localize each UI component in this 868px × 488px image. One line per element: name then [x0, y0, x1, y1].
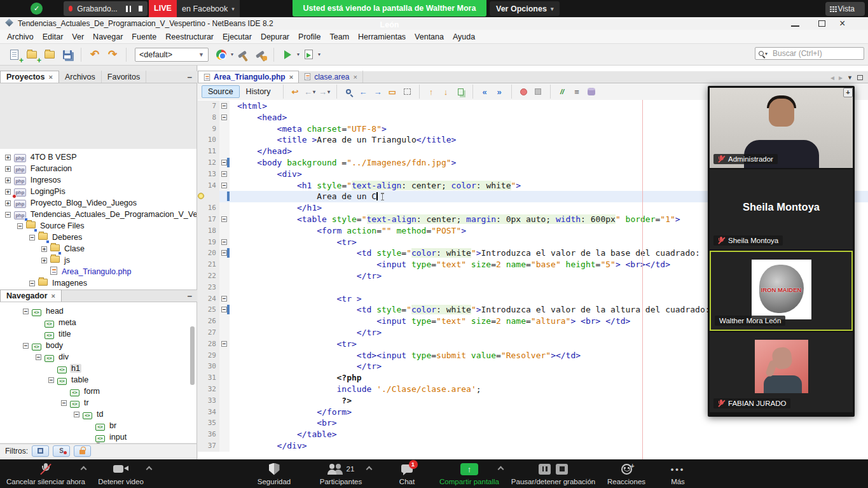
meeting-security-shield-icon[interactable]: ✓ [31, 3, 43, 15]
menu-ayuda[interactable]: Ayuda [448, 32, 479, 41]
expand-icon[interactable]: + [41, 246, 47, 252]
collapse-icon[interactable]: − [23, 309, 29, 314]
fold-gutter[interactable] [219, 395, 230, 407]
navigator-item[interactable]: <>form [0, 386, 196, 397]
chevron-down-icon[interactable]: ▾ [231, 52, 233, 57]
last-edit-position-icon[interactable]: ↩ [289, 86, 301, 97]
fold-collapse-icon[interactable]: − [221, 341, 227, 347]
chevron-up-icon[interactable] [146, 466, 153, 473]
bottombar-reactions[interactable]: +Reacciones [604, 459, 649, 488]
tree-item[interactable]: +phpFacturacion [0, 163, 196, 174]
participant-tile-3[interactable]: IRON MAIDENWalther Mora León [710, 251, 853, 331]
memory-view-icon[interactable] [586, 86, 598, 97]
navigator-item[interactable]: <>title [0, 328, 196, 340]
move-line-up-icon[interactable]: ↑ [425, 86, 437, 97]
fold-gutter[interactable] [219, 361, 230, 372]
hint-bulb-icon[interactable] [198, 193, 204, 199]
fold-gutter[interactable] [219, 202, 230, 214]
fold-gutter[interactable] [219, 146, 230, 157]
menu-fuente[interactable]: Fuente [127, 32, 161, 41]
expand-icon[interactable]: + [5, 166, 11, 172]
tree-item[interactable]: +php4TO B VESP [0, 151, 196, 163]
config-select[interactable]: <default> ▼ [135, 48, 209, 62]
clean-build-button[interactable] [253, 48, 267, 61]
code-line[interactable]: 36 </table> [198, 429, 868, 440]
build-project-button[interactable] [235, 48, 249, 61]
fold-collapse-icon[interactable]: − [221, 115, 227, 120]
fold-gutter[interactable] [219, 123, 230, 135]
participants-video-panel[interactable]: + AdministradorSheila MontoyaSheila Mont… [708, 86, 855, 417]
tree-item[interactable]: −Imagenes [0, 277, 196, 289]
collapse-icon[interactable]: − [29, 281, 35, 286]
expand-icon[interactable]: + [5, 178, 11, 183]
chevron-down-icon[interactable]: ▾ [297, 52, 300, 57]
collapse-icon[interactable]: − [23, 343, 29, 349]
menu-team[interactable]: Team [325, 32, 354, 41]
view-button[interactable]: Vista [825, 2, 865, 16]
next-occurrence-icon[interactable]: → [372, 86, 384, 97]
fold-collapse-icon[interactable]: − [221, 307, 227, 312]
menu-herramientas[interactable]: Herramientas [354, 32, 410, 41]
fold-gutter[interactable]: − [219, 247, 230, 259]
fold-gutter[interactable]: − [219, 338, 230, 350]
save-all-button[interactable] [60, 48, 74, 61]
menu-depurar[interactable]: Depurar [256, 32, 294, 41]
filter-show-nonpublic-button[interactable] [74, 445, 91, 457]
menu-editar[interactable]: Editar [38, 32, 68, 41]
collapse-icon[interactable]: − [74, 412, 79, 417]
fold-collapse-icon[interactable]: − [221, 239, 227, 245]
fold-gutter[interactable]: − [219, 304, 230, 316]
fold-gutter[interactable] [219, 407, 230, 418]
fold-gutter[interactable] [219, 327, 230, 338]
bottombar-share[interactable]: ↑Compartir pantalla [434, 459, 504, 488]
minimize-window-icon[interactable] [791, 25, 799, 27]
fold-gutter[interactable]: − [219, 214, 230, 225]
move-line-down-icon[interactable]: ↓ [440, 86, 452, 97]
tree-item[interactable]: +Clase [0, 243, 196, 254]
minimize-panel-icon[interactable]: − [187, 291, 192, 301]
back-icon[interactable]: ←▾ [304, 86, 316, 97]
fold-collapse-icon[interactable]: − [221, 171, 227, 177]
view-options-button[interactable]: Ver Opciones ▾ [490, 1, 560, 16]
participant-tile-1[interactable]: Administrador [710, 88, 853, 168]
fold-gutter[interactable]: − [219, 169, 230, 180]
navigator-item[interactable]: <>meta [0, 317, 196, 328]
tab-proyectos[interactable]: Proyectos× [0, 71, 59, 83]
move-panel-handle[interactable]: + [843, 88, 853, 97]
close-window-icon[interactable]: × [839, 17, 845, 30]
bottombar-chat[interactable]: 1Chat [388, 459, 426, 488]
fold-gutter[interactable] [219, 225, 230, 237]
indentation-icon[interactable]: ≡ [571, 86, 583, 97]
participant-tile-2[interactable]: Sheila MontoyaSheila Montoya [710, 169, 853, 249]
fold-gutter[interactable] [219, 417, 230, 429]
source-view-button[interactable]: Source [202, 85, 240, 98]
bottombar-shield[interactable]: Seguridad [245, 459, 303, 488]
fold-gutter[interactable] [219, 316, 230, 327]
forward-icon[interactable]: →▾ [319, 86, 331, 97]
collapse-icon[interactable]: − [48, 377, 54, 383]
find-selection-icon[interactable] [343, 86, 355, 97]
fold-gutter[interactable] [219, 259, 230, 270]
tree-item[interactable]: Area_Triangulo.php [0, 266, 196, 277]
bottombar-participants[interactable]: 21Participantes [309, 459, 373, 488]
pause-recording-icon[interactable] [125, 6, 132, 12]
scroll-tabs-left-icon[interactable]: ◂ [830, 73, 834, 82]
filter-show-static-button[interactable]: S [53, 445, 70, 457]
run-project-button[interactable] [280, 48, 294, 61]
menu-ver[interactable]: Ver [67, 32, 88, 41]
tab-favoritos[interactable]: Favoritos [102, 71, 146, 83]
menu-reestructurar[interactable]: Reestructurar [161, 32, 218, 41]
fold-gutter[interactable] [219, 191, 230, 202]
fold-gutter[interactable] [219, 384, 230, 395]
code-line[interactable]: 37 </div> [198, 440, 868, 452]
fold-gutter[interactable]: − [219, 237, 230, 248]
menu-archivo[interactable]: Archivo [3, 32, 38, 41]
chevron-up-icon[interactable] [366, 466, 373, 473]
toggle-comment-icon[interactable]: // [556, 86, 568, 97]
menu-ejecutar[interactable]: Ejecutar [218, 32, 256, 41]
tree-item[interactable]: +phpLogingPis [0, 186, 196, 197]
hint-bulb-gutter[interactable] [198, 191, 219, 202]
pause-recording-icon[interactable] [539, 464, 551, 475]
facebook-live-menu[interactable]: en Facebook ▾ [177, 0, 240, 17]
fold-collapse-icon[interactable]: − [221, 216, 227, 222]
